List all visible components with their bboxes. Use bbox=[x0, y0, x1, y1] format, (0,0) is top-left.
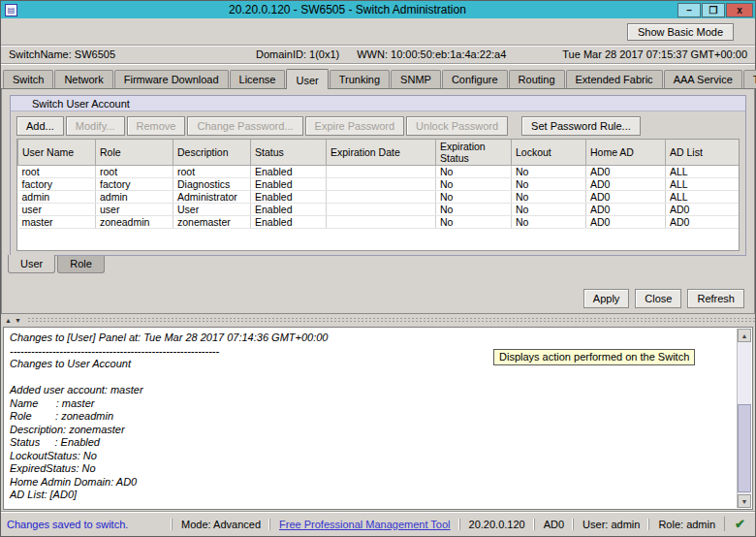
scroll-down-icon[interactable]: ▼ bbox=[738, 494, 751, 508]
switch-administration-window: ▤ 20.20.0.120 - SW6505 - Switch Administ… bbox=[0, 0, 756, 537]
ad-label: AD0 bbox=[534, 519, 573, 530]
column-header-description[interactable]: Description bbox=[173, 140, 251, 166]
scroll-up-icon[interactable]: ▲ bbox=[738, 329, 751, 342]
column-header-expiration-date[interactable]: Expiration Date bbox=[327, 140, 436, 166]
column-header-ad-list[interactable]: AD List bbox=[666, 140, 740, 166]
table-row[interactable]: useruserUserEnabledNoNoAD0AD0 bbox=[18, 204, 740, 216]
divider-grip[interactable] bbox=[27, 317, 755, 323]
status-ok-icon: ✔ bbox=[724, 517, 749, 531]
apply-button[interactable]: Apply bbox=[583, 289, 630, 308]
table-cell: Enabled bbox=[251, 191, 327, 204]
table-cell: ALL bbox=[666, 191, 740, 204]
tab-switch[interactable]: Switch bbox=[3, 70, 53, 88]
switch-name-label: SwitchName: SW6505 bbox=[9, 48, 256, 60]
change-password-button: Change Password... bbox=[187, 116, 302, 136]
table-cell: No bbox=[436, 216, 512, 229]
status-bar: Changes saved to switch. Mode: Advanced … bbox=[1, 511, 755, 536]
show-basic-mode-button[interactable]: Show Basic Mode bbox=[627, 23, 734, 41]
table-cell: No bbox=[436, 178, 512, 191]
add-button[interactable]: Add... bbox=[16, 116, 64, 136]
table-cell bbox=[327, 166, 436, 178]
tab-bar: SwitchNetworkFirmware DownloadLicenseUse… bbox=[1, 64, 755, 88]
table-cell: user bbox=[18, 204, 96, 216]
tab-routing[interactable]: Routing bbox=[509, 70, 565, 88]
table-cell: factory bbox=[96, 178, 173, 191]
table-cell: Enabled bbox=[251, 204, 327, 216]
mode-label: Mode: Advanced bbox=[172, 519, 269, 530]
window-title: 20.20.0.120 - SW6505 - Switch Administra… bbox=[17, 3, 677, 16]
log-scrollbar[interactable]: ▲ ▼ bbox=[737, 329, 751, 508]
tab-trunking[interactable]: Trunking bbox=[330, 70, 390, 88]
table-row[interactable]: rootrootrootEnabledNoNoAD0ALL bbox=[18, 166, 740, 178]
table-cell bbox=[327, 216, 436, 229]
switch-ip-label: 20.20.0.120 bbox=[459, 519, 534, 530]
close-button[interactable]: Close bbox=[635, 289, 681, 308]
table-cell: AD0 bbox=[586, 191, 666, 204]
table-row[interactable]: factoryfactoryDiagnosticsEnabledNoNoAD0A… bbox=[18, 178, 740, 191]
tab-extended-fabric[interactable]: Extended Fabric bbox=[566, 70, 663, 88]
column-header-user-name[interactable]: User Name bbox=[18, 140, 96, 166]
title-bar: ▤ 20.20.0.120 - SW6505 - Switch Administ… bbox=[1, 1, 755, 18]
user-account-table[interactable]: User NameRoleDescriptionStatusExpiration… bbox=[17, 140, 740, 229]
panel-title: Switch User Account bbox=[11, 96, 745, 111]
maximize-button[interactable]: ❐ bbox=[702, 3, 725, 17]
tab-license[interactable]: License bbox=[230, 70, 286, 88]
log-panel-wrap: Changes to [User] Panel at: Tue Mar 28 2… bbox=[1, 326, 755, 511]
minimize-button[interactable]: – bbox=[677, 3, 701, 17]
table-cell: root bbox=[18, 166, 96, 178]
collapse-up-icon[interactable]: ▲ bbox=[5, 317, 12, 324]
table-cell: Enabled bbox=[251, 178, 327, 191]
table-cell: ALL bbox=[666, 178, 740, 191]
remove-button: Remove bbox=[127, 116, 186, 136]
table-cell: zonemaster bbox=[173, 216, 251, 229]
modify-button: Modify... bbox=[66, 116, 125, 136]
table-cell: AD0 bbox=[586, 204, 666, 216]
table-cell: No bbox=[436, 191, 512, 204]
table-cell: Administrator bbox=[173, 191, 251, 204]
collapse-down-icon[interactable]: ▼ bbox=[15, 317, 21, 324]
table-cell: ALL bbox=[666, 166, 740, 178]
tab-configure[interactable]: Configure bbox=[442, 70, 508, 88]
refresh-button[interactable]: Refresh bbox=[687, 289, 744, 308]
split-pane-divider[interactable]: ▲ ▼ bbox=[1, 314, 755, 326]
set-password-rule-button[interactable]: Set Password Rule... bbox=[521, 116, 641, 136]
role-label: Role: admin bbox=[648, 519, 724, 530]
column-header-home-ad[interactable]: Home AD bbox=[586, 140, 666, 166]
close-button[interactable]: x bbox=[726, 3, 753, 17]
tab-firmware-download[interactable]: Firmware Download bbox=[114, 70, 229, 88]
domain-id-label: DomainID: 1(0x1) bbox=[256, 48, 339, 60]
user-tab-content: Switch User Account Add...Modify...Remov… bbox=[1, 88, 755, 314]
status-message: Changes saved to switch. bbox=[7, 519, 172, 530]
action-log-panel: Changes to [User] Panel at: Tue Mar 28 2… bbox=[3, 327, 753, 510]
tab-trace[interactable]: Trace bbox=[743, 70, 756, 88]
column-header-expiration-status[interactable]: Expiration Status bbox=[436, 140, 512, 166]
table-cell: factory bbox=[18, 178, 96, 191]
table-row[interactable]: adminadminAdministratorEnabledNoNoAD0ALL bbox=[18, 191, 740, 204]
table-cell: User bbox=[173, 204, 251, 216]
timestamp-label: Tue Mar 28 2017 07:15:37 GMT+00:00 bbox=[562, 48, 747, 60]
table-cell: No bbox=[512, 178, 586, 191]
scrollbar-thumb[interactable] bbox=[738, 404, 751, 492]
column-header-role[interactable]: Role bbox=[96, 140, 173, 166]
tab-user[interactable]: User bbox=[286, 69, 328, 89]
column-header-lockout[interactable]: Lockout bbox=[512, 140, 586, 166]
table-cell: Enabled bbox=[251, 166, 327, 178]
management-tool-link[interactable]: Free Professional Management Tool bbox=[269, 519, 459, 530]
table-cell: No bbox=[512, 216, 586, 229]
account-button-bar: Add...Modify...RemoveChange Password...E… bbox=[11, 111, 745, 140]
table-row[interactable]: masterzoneadminzonemasterEnabledNoNoAD0A… bbox=[18, 216, 740, 229]
table-cell: Diagnostics bbox=[173, 178, 251, 191]
table-cell: No bbox=[436, 166, 512, 178]
table-cell: admin bbox=[18, 191, 96, 204]
sub-tab-role[interactable]: Role bbox=[57, 256, 105, 273]
expire-password-button: Expire Password bbox=[305, 116, 405, 136]
sub-tab-user[interactable]: User bbox=[8, 255, 55, 273]
table-cell: No bbox=[512, 166, 586, 178]
action-button-bar: ApplyCloseRefresh bbox=[583, 289, 744, 308]
tab-network[interactable]: Network bbox=[54, 70, 112, 88]
table-cell: AD0 bbox=[666, 216, 740, 229]
column-header-status[interactable]: Status bbox=[251, 140, 327, 166]
tab-snmp[interactable]: SNMP bbox=[391, 70, 441, 88]
switch-user-account-panel: Switch User Account Add...Modify...Remov… bbox=[10, 95, 746, 256]
tab-aaa-service[interactable]: AAA Service bbox=[664, 70, 742, 88]
